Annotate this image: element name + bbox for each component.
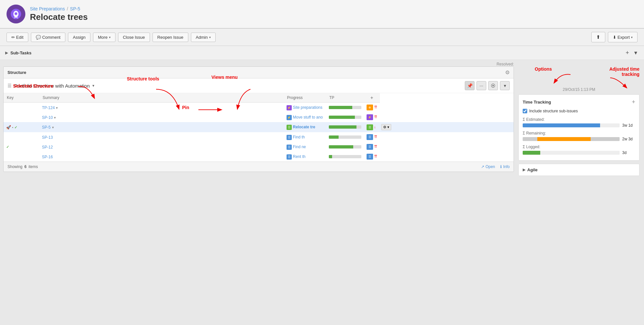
subtasks-more-button[interactable]: ▾ (633, 49, 639, 57)
close-issue-button[interactable]: Close Issue (118, 33, 150, 42)
time-tracking-add-button[interactable]: + (632, 99, 635, 106)
tp-icon: ☰ (367, 154, 373, 160)
logged-bar-fill (523, 151, 540, 155)
remaining-value: 2w 3d (622, 137, 635, 141)
key-link[interactable]: SP-16 (42, 155, 53, 159)
logged-bar (523, 151, 620, 155)
key-link[interactable]: SP-10 (42, 115, 53, 120)
summary-link[interactable]: Find ne (293, 145, 306, 149)
tp-icon: ☰ (367, 144, 373, 150)
list-icon: ☰ (7, 83, 12, 88)
expand-icon[interactable]: ▾ (56, 106, 58, 110)
estimated-bar-fill (523, 123, 600, 127)
remaining-bar-row: 2w 3d (523, 137, 635, 141)
key-link[interactable]: SP-13 (42, 135, 53, 140)
include-sub-issues-checkbox[interactable] (523, 109, 527, 113)
edit-button[interactable]: ✏ Edit (7, 33, 28, 42)
columns-button[interactable]: ⦿ (488, 81, 498, 90)
annotation-options: Options (535, 66, 552, 72)
arrow-options (548, 71, 574, 84)
remaining-bar-gray (523, 137, 537, 141)
items-label: items (29, 164, 38, 169)
agile-header[interactable]: ▶ Agile (523, 167, 635, 172)
priority-icon: ⇈ (374, 115, 377, 119)
project-logo (7, 5, 25, 23)
open-link[interactable]: ↗ Open (481, 164, 495, 169)
more-button[interactable]: More ▾ (93, 33, 115, 42)
subtasks-add-button[interactable]: + (624, 49, 631, 57)
check-icon: ✓ (14, 125, 17, 129)
summary-link[interactable]: Move stuff to ano (293, 115, 323, 120)
remaining-bar-orange (537, 137, 591, 141)
remaining-label: Σ Remaining: (523, 131, 635, 135)
subtasks-bar: ▶ Sub-Tasks + ▾ (0, 46, 644, 60)
summary-link[interactable]: Site preparations (293, 105, 323, 110)
rocket-row-icon: 🚀 (6, 125, 11, 130)
table-header-row: Key Summary Progress TP + (4, 93, 514, 103)
col-header-key: Key (4, 93, 39, 103)
open-label: Open (486, 164, 495, 169)
structure-toolbar-right: 📌 ··· ⦿ ▾ (465, 81, 510, 90)
right-annotations: Options Adjusted timetracking (518, 66, 639, 86)
more-options-button[interactable]: ··· (476, 81, 486, 90)
collapse-button[interactable]: ▾ (500, 81, 510, 90)
annotation-adjusted-time: Adjusted timetracking (609, 66, 639, 77)
col-header-progress: Progress (284, 93, 326, 103)
open-external-icon: ↗ (481, 164, 484, 169)
tp-icon: ⊕ (367, 105, 373, 110)
info-link[interactable]: ℹ Info (500, 164, 510, 169)
expand-icon[interactable]: ▾ (54, 116, 56, 120)
expand-icon[interactable]: ▾ (52, 125, 54, 129)
structure-settings-icon[interactable]: ⚙ (505, 69, 510, 76)
structure-name-chevron-icon[interactable]: ▾ (92, 83, 94, 88)
estimated-bar (523, 123, 620, 127)
admin-chevron-icon: ▾ (209, 35, 211, 39)
more-label: More (98, 35, 108, 40)
logged-value: 3d (622, 150, 635, 155)
summary-link[interactable]: Relocate tre (293, 125, 315, 129)
item-count: 6 (24, 164, 27, 169)
remaining-bar (523, 137, 620, 141)
share-button[interactable]: ⬆ (591, 32, 605, 42)
summary-link[interactable]: Find th (293, 135, 305, 139)
comment-button[interactable]: 💬 Comment (31, 33, 65, 42)
check-icon: ✓ (6, 145, 9, 149)
export-chevron-icon: ▾ (631, 35, 633, 39)
structure-table: Key Summary Progress TP + TP-124▾⚡Site p… (4, 93, 514, 162)
assign-button[interactable]: Assign (68, 33, 90, 42)
col-header-add[interactable]: + (364, 93, 380, 103)
footer-right: ↗ Open ℹ Info (481, 164, 510, 169)
include-sub-issues-label: Include structure sub-issues (529, 109, 578, 113)
tp-icon: ☰ (367, 124, 373, 130)
structure-panel-wrapper: Selected Structure Structure tools Views… (3, 66, 514, 172)
subtasks-expand-icon[interactable]: ▶ (5, 51, 8, 55)
table-row: 🚀 • ✓ SP-5▾☰Relocate tre☰↓⚙ ▾ (4, 122, 514, 132)
structure-title: Structure (7, 70, 26, 75)
key-link[interactable]: TP-124 (42, 106, 55, 110)
key-link[interactable]: SP-12 (42, 145, 53, 149)
priority-icon: ⇈ (374, 144, 377, 149)
breadcrumb-issue[interactable]: SP-5 (70, 6, 80, 11)
header-text: Site Preparations / SP-5 Relocate trees (30, 6, 88, 22)
summary-link[interactable]: Rent th (293, 154, 306, 159)
showing-label: Showing (7, 164, 22, 169)
table-row: SP-13☰Find th☰⇈ (4, 132, 514, 142)
breadcrumb-project[interactable]: Site Preparations (30, 6, 65, 11)
priority-icon: ↓ (374, 125, 376, 129)
reopen-issue-button[interactable]: Reopen Issue (153, 33, 188, 42)
structure-header: Structure ⚙ (4, 67, 514, 78)
row-gear-button[interactable]: ⚙ ▾ (381, 124, 391, 130)
pin-button[interactable]: 📌 (465, 81, 475, 90)
logged-label: Σ Logged: (523, 145, 635, 149)
rocket-icon (10, 8, 22, 20)
agile-expand-icon: ▶ (523, 168, 525, 172)
progress-bar (329, 116, 361, 119)
agile-title: Agile (527, 167, 538, 172)
key-link[interactable]: SP-5 (42, 125, 51, 130)
progress-bar (329, 145, 361, 148)
type-icon: ⚡ (287, 105, 292, 110)
admin-button[interactable]: Admin ▾ (191, 33, 216, 42)
arrow-adjusted (607, 76, 633, 89)
export-button[interactable]: ⬇ Export ▾ (608, 32, 637, 42)
progress-bar (329, 106, 361, 109)
